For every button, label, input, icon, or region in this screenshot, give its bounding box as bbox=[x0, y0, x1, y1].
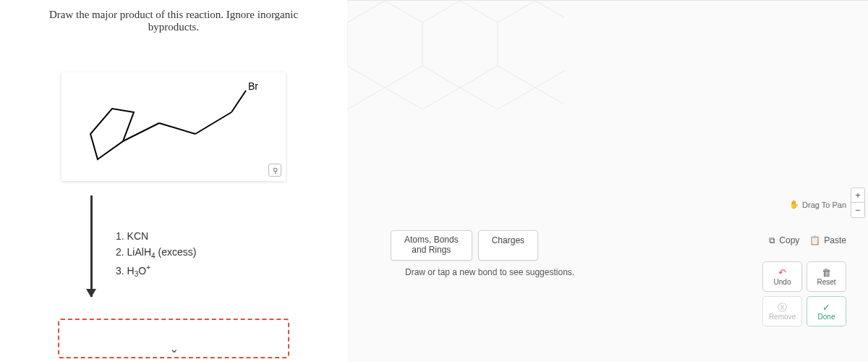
copy-button[interactable]: ⧉ Copy bbox=[769, 235, 799, 245]
svg-rect-7 bbox=[347, 1, 564, 109]
prompt-line2: byproducts. bbox=[148, 21, 199, 33]
paste-button[interactable]: 📋 Paste bbox=[809, 235, 846, 245]
svg-line-2 bbox=[159, 123, 195, 134]
drag-to-pan-label: ✋ Drag To Pan bbox=[789, 200, 846, 209]
reagent-step-1: 1. KCN bbox=[116, 228, 196, 244]
copy-icon: ⧉ bbox=[769, 235, 775, 245]
paste-icon: 📋 bbox=[809, 235, 820, 245]
magnify-icon: ⚲ bbox=[273, 167, 278, 174]
drawing-canvas[interactable]: ✋ Drag To Pan + − Atoms, Bonds and Rings… bbox=[347, 0, 868, 362]
action-buttons: ↶ Undo 🗑 Reset ⓧ Remove ✓ Done bbox=[762, 261, 846, 327]
svg-marker-0 bbox=[90, 109, 134, 159]
check-icon: ✓ bbox=[822, 303, 830, 312]
question-panel: Draw the major product of this reaction.… bbox=[0, 0, 347, 362]
hex-grid-bg bbox=[347, 1, 564, 109]
remove-button[interactable]: ⓧ Remove bbox=[762, 296, 802, 327]
molecule-svg: Br bbox=[61, 72, 286, 181]
tool-tabs: Atoms, Bonds and Rings Charges bbox=[391, 230, 538, 261]
canvas-hint: Draw or tap a new bond to see suggestion… bbox=[405, 267, 574, 277]
bromine-label: Br bbox=[248, 80, 258, 92]
prompt-line1: Draw the major product of this reaction.… bbox=[49, 9, 298, 20]
svg-line-4 bbox=[231, 90, 246, 112]
zoom-control: + − bbox=[851, 188, 865, 218]
remove-icon: ⓧ bbox=[778, 303, 787, 312]
zoom-structure-button[interactable]: ⚲ bbox=[268, 164, 281, 177]
hand-icon: ✋ bbox=[789, 200, 799, 209]
reagent-step-3: 3. H3O+ bbox=[116, 262, 196, 280]
copy-paste-row: ⧉ Copy 📋 Paste bbox=[769, 235, 846, 245]
answer-dropzone[interactable]: ⌄ bbox=[58, 319, 289, 358]
tab-charges[interactable]: Charges bbox=[478, 230, 538, 261]
reagent-list: 1. KCN 2. LiAlH4 (excess) 3. H3O+ bbox=[116, 228, 196, 281]
svg-line-3 bbox=[195, 112, 231, 134]
reactant-structure: Br ⚲ bbox=[61, 72, 286, 181]
zoom-in-button[interactable]: + bbox=[851, 188, 864, 203]
undo-icon: ↶ bbox=[778, 268, 786, 277]
reset-button[interactable]: 🗑 Reset bbox=[807, 261, 846, 292]
minus-icon: − bbox=[855, 205, 861, 216]
plus-icon: + bbox=[855, 190, 861, 201]
zoom-out-button[interactable]: − bbox=[851, 203, 864, 217]
reaction-arrow bbox=[90, 195, 93, 297]
chevron-down-icon: ⌄ bbox=[169, 342, 179, 355]
question-prompt: Draw the major product of this reaction.… bbox=[0, 0, 347, 36]
done-button[interactable]: ✓ Done bbox=[807, 296, 846, 327]
collapse-button[interactable]: ⌄ bbox=[169, 342, 179, 355]
undo-button[interactable]: ↶ Undo bbox=[762, 261, 802, 292]
reagent-step-2: 2. LiAlH4 (excess) bbox=[116, 244, 196, 262]
tab-atoms-bonds-rings[interactable]: Atoms, Bonds and Rings bbox=[391, 230, 472, 261]
trash-icon: 🗑 bbox=[822, 268, 831, 277]
